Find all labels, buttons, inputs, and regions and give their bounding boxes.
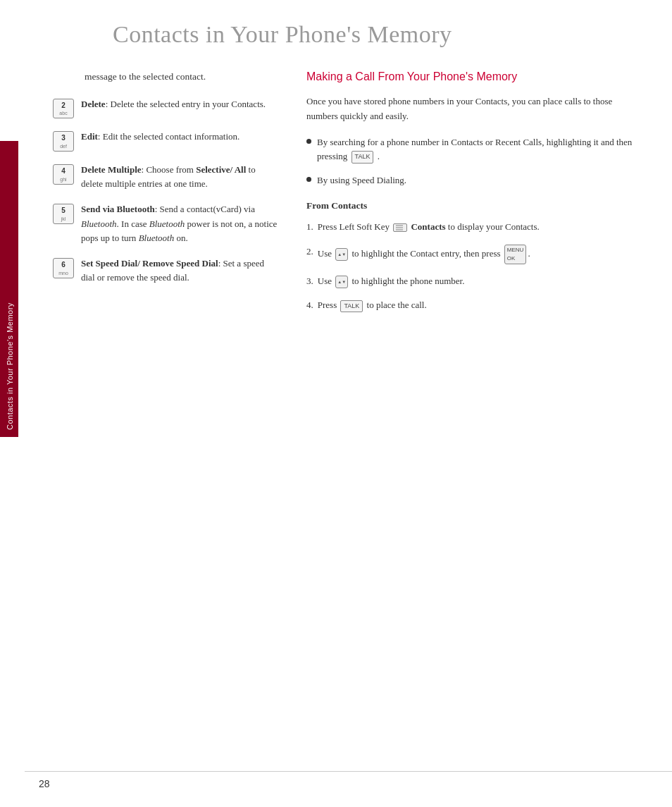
menu-label-bluetooth: Send via Bluetooth — [81, 204, 155, 214]
key-sub-def: def — [56, 143, 70, 149]
nav-up-down-icon-2 — [335, 276, 348, 288]
sidebar-tab: Contacts in Your Phone's Memory — [0, 141, 20, 437]
left-column: message to the selected contact. 2 abc D… — [53, 69, 278, 323]
bullet-list: By searching for a phone number in Conta… — [306, 135, 644, 187]
intro-text: message to the selected contact. — [53, 69, 278, 85]
bullet-item-speed-dial: By using Speed Dialing. — [306, 173, 644, 187]
key-icon-4ghi: 4 ghi — [53, 164, 74, 185]
menu-text-edit: Edit: Edit the selected contact informat… — [81, 130, 239, 144]
step-4: 4. Press TALK to place the call. — [306, 298, 644, 312]
key-num-2: 2 — [61, 101, 66, 109]
key-num-4: 4 — [61, 167, 66, 175]
right-column: Making a Call From Your Phone's Memory O… — [306, 69, 644, 323]
key-num-3: 3 — [61, 134, 66, 142]
section-body-text: Once you have stored phone numbers in yo… — [306, 94, 644, 124]
menu-label-delete: Delete — [81, 99, 106, 109]
key-sub-mno: mno — [56, 270, 70, 276]
page-title: Contacts in Your Phone's Memory — [53, 21, 644, 48]
menu-text-speed-dial: Set Speed Dial/ Remove Speed Dial: Set a… — [81, 257, 278, 285]
key-sub-abc: abc — [56, 110, 70, 116]
menu-label-delete-multiple: Delete Multiple — [81, 164, 142, 175]
key-sub-ghi: ghi — [56, 176, 70, 183]
key-sub-jkl: jkl — [56, 216, 70, 222]
bullet-item-search: By searching for a phone number in Conta… — [306, 135, 644, 164]
step-2: 2. Use to highlight the Contact entry, t… — [306, 245, 644, 265]
menu-text-delete: Delete: Delete the selected entry in you… — [81, 97, 266, 111]
talk-btn-step4: TALK — [340, 300, 363, 313]
menu-text-delete-multiple: Delete Multiple: Choose from Selective/ … — [81, 163, 278, 191]
two-column-layout: message to the selected contact. 2 abc D… — [53, 69, 644, 323]
menu-desc-edit: : Edit the selected contact information. — [98, 131, 239, 142]
step-text-4: Press TALK to place the call. — [318, 298, 427, 312]
menu-item-bluetooth: 5 jkl Send via Bluetooth: Send a contact… — [53, 202, 278, 245]
key-icon-6mno: 6 mno — [53, 258, 74, 278]
step-text-1: Press Left Soft Key Contacts to display … — [318, 220, 540, 234]
menu-label-speed-dial: Set Speed Dial/ Remove Speed Dial — [81, 258, 218, 269]
key-num-6: 6 — [61, 261, 66, 269]
main-content: Contacts in Your Phone's Memory message … — [25, 0, 672, 807]
sidebar-label-container: Contacts in Your Phone's Memory — [0, 141, 20, 437]
menu-text-bluetooth: Send via Bluetooth: Send a contact(vCard… — [81, 202, 278, 245]
step-3: 3. Use to highlight the phone number. — [306, 274, 644, 288]
subsection-title-from-contacts: From Contacts — [306, 200, 644, 211]
step-num-3: 3. — [306, 274, 313, 288]
step-num-4: 4. — [306, 298, 313, 312]
menu-desc-delete: : Delete the selected entry in your Cont… — [106, 99, 266, 109]
step-1: 1. Press Left Soft Key Contacts to displ… — [306, 220, 644, 234]
menu-item-speed-dial: 6 mno Set Speed Dial/ Remove Speed Dial:… — [53, 257, 278, 285]
bullet-dot-2 — [306, 177, 311, 182]
menu-item-edit: 3 def Edit: Edit the selected contact in… — [53, 130, 278, 152]
menu-label-edit: Edit — [81, 131, 98, 142]
numbered-steps: 1. Press Left Soft Key Contacts to displ… — [306, 220, 644, 312]
bullet-text-2: By using Speed Dialing. — [317, 173, 406, 187]
step-text-3: Use to highlight the phone number. — [318, 274, 465, 288]
talk-button-inline: TALK — [351, 151, 374, 164]
menu-ok-icon: MENUOK — [504, 245, 527, 265]
page-divider-line — [25, 771, 672, 772]
subsection-title-text: From Contacts — [306, 200, 367, 211]
sidebar-label: Contacts in Your Phone's Memory — [1, 141, 18, 437]
step-num-1: 1. — [306, 220, 313, 234]
key-icon-2abc: 2 abc — [53, 99, 74, 119]
menu-item-delete-multiple: 4 ghi Delete Multiple: Choose from Selec… — [53, 163, 278, 191]
section-title-making-call: Making a Call From Your Phone's Memory — [306, 69, 644, 85]
bullet-dot-1 — [306, 139, 311, 144]
section-title-text: Making a Call From Your Phone's Memory — [306, 70, 517, 82]
key-icon-3def: 3 def — [53, 131, 74, 152]
bullet-text-1: By searching for a phone number in Conta… — [317, 135, 644, 164]
step-text-2: Use to highlight the Contact entry, then… — [318, 245, 530, 265]
soft-key-icon — [393, 223, 407, 232]
key-num-5: 5 — [61, 207, 66, 214]
page: Contacts in Your Phone's Memory Contacts… — [0, 0, 672, 807]
key-icon-5jkl: 5 jkl — [53, 204, 74, 224]
step-num-2: 2. — [306, 245, 313, 259]
page-number: 28 — [39, 778, 50, 789]
menu-item-delete: 2 abc Delete: Delete the selected entry … — [53, 97, 278, 119]
nav-up-down-icon — [335, 248, 348, 261]
